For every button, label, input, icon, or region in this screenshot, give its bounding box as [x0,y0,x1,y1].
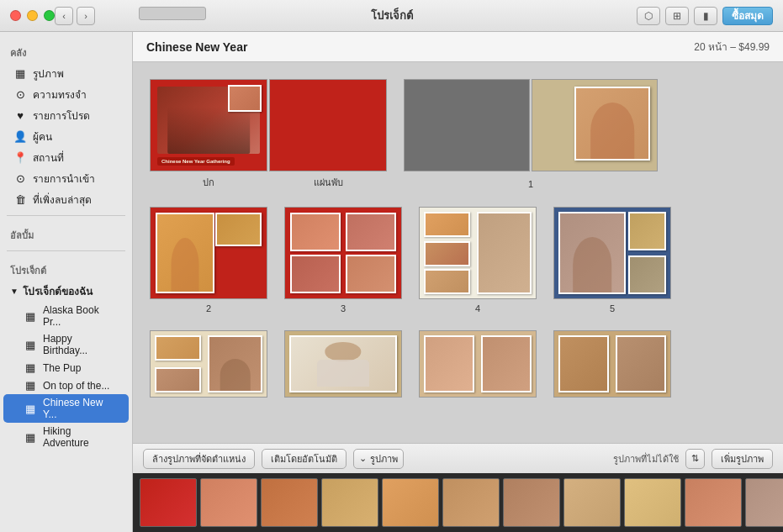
sidebar: คลัง ▦ รูปภาพ ⊙ ความทรงจำ ♥ รายการโปรด 👤… [0,32,133,532]
film-thumb-10[interactable] [685,478,742,527]
projects-section-label: โปรเจ็กต์ [0,256,132,281]
page-2-item[interactable]: 2 [150,207,267,313]
film-thumb-8[interactable] [563,478,621,527]
page-4-label: 4 [475,303,480,313]
sidebar-item-pup[interactable]: ▦ The Pup [3,359,129,377]
bottom-toolbar: ล้างรูปภาพที่จัดตำแหน่ง เติมโดยอัตโนมัติ… [133,443,783,473]
content-area: Chinese New Year 20 หน้า – $49.99 [133,32,783,532]
app-title: โปรเจ็กต์ [371,7,413,24]
page-8-thumb[interactable] [419,330,537,398]
film-thumb-2[interactable] [200,478,257,527]
photos-select[interactable]: ⌄ รูปภาพ [353,449,404,469]
book-icon-3: ▦ [24,361,37,374]
film-thumb-1[interactable] [140,478,197,527]
book-icon: ▦ [24,310,37,323]
sort-select[interactable]: ⇅ [685,449,705,469]
divider-2 [7,250,125,251]
content-header: Chinese New Year 20 หน้า – $49.99 [133,32,783,62]
sidebar-item-hiking[interactable]: ▦ Hiking Adventure [3,423,129,451]
film-thumb-4[interactable] [321,478,378,527]
page-9-item[interactable] [553,330,671,398]
project-title: Chinese New Year [146,40,247,54]
memories-icon: ⊙ [13,88,27,101]
sidebar-item-favorites[interactable]: ♥ รายการโปรด [3,105,129,126]
cover-left-label: ปก [203,175,214,190]
maximize-button[interactable] [44,10,55,21]
film-thumb-11[interactable] [745,478,783,527]
cover-right-label: แผ่นพับ [314,175,343,190]
forward-button[interactable]: › [77,7,95,25]
pages-row-1: 2 3 [150,207,766,313]
sidebar-item-places[interactable]: 📍 สถานที่ [3,147,129,168]
sidebar-item-people[interactable]: 👤 ผู้คน [3,126,129,147]
page-4-item[interactable]: 4 [419,207,537,313]
auto-fill-button[interactable]: เติมโดยอัตโนมัติ [262,449,347,469]
page-6-item[interactable] [150,330,267,398]
page-9-thumb[interactable] [553,330,671,398]
minimize-button[interactable] [27,10,38,21]
titlebar-actions: ⬡ ⊞ ▮ ซื้อสมุด [637,7,773,25]
pages-grid: Chinese New Year Gathering ปก แผ่นพับ [133,62,783,443]
page-8-item[interactable] [419,330,537,398]
back-button[interactable]: ‹ [55,7,73,25]
sidebar-item-alaska[interactable]: ▦ Alaska Book Pr... [3,302,129,330]
add-photos-button[interactable]: เพิ่มรูปภาพ [712,449,773,469]
cover-left-thumb[interactable]: Chinese New Year Gathering [150,79,267,171]
page-cover[interactable]: Chinese New Year Gathering ปก แผ่นพับ [150,79,387,190]
albums-section-label: อัลบั้ม [0,221,132,245]
close-button[interactable] [10,10,21,21]
page-1-spread [404,79,658,171]
filmstrip [133,473,783,532]
film-thumb-7[interactable] [503,478,560,527]
library-section-label: คลัง [0,39,132,63]
page-3-item[interactable]: 3 [284,207,402,313]
project-info: 20 หน้า – $49.99 [694,39,770,55]
titlebar: ‹ › โปรเจ็กต์ ⬡ ⊞ ▮ ซื้อสมุด [0,0,783,32]
page-2-label: 2 [206,303,211,313]
my-projects-group[interactable]: ▼ โปรเจ็กต์ของฉัน [0,281,132,302]
view-toggle-btn[interactable]: ⊞ [665,7,689,25]
clear-photos-button[interactable]: ล้างรูปภาพที่จัดตำแหน่ง [143,449,255,469]
page-4-thumb[interactable] [419,207,537,299]
sidebar-item-birthday[interactable]: ▦ Happy Birthday... [3,330,129,359]
film-thumb-3[interactable] [261,478,318,527]
film-thumb-6[interactable] [442,478,500,527]
page-5-label: 5 [610,303,615,313]
book-icon-2: ▦ [24,339,37,351]
pages-row-0: Chinese New Year Gathering ปก แผ่นพับ [150,79,766,190]
page-2-thumb[interactable] [150,207,267,299]
buy-button[interactable]: ซื้อสมุด [722,7,773,25]
arrow-down-icon: ⌄ [359,453,367,464]
page-3-thumb[interactable] [284,207,402,299]
traffic-lights [10,10,55,21]
photos-icon: ▦ [13,67,27,80]
page-5-item[interactable]: 5 [553,207,671,313]
page-6-thumb[interactable] [150,330,267,398]
sidebar-item-imports[interactable]: ⊙ รายการนำเข้า [3,168,129,189]
unused-photos-label: รูปภาพที่ไม่ได้ใช้ [613,451,679,466]
sidebar-item-ontop[interactable]: ▦ On top of the... [3,377,129,394]
book-icon-4: ▦ [24,379,37,392]
progress-bar [139,7,206,20]
cover-right-thumb[interactable] [269,79,387,171]
page-7-item[interactable] [284,330,402,398]
divider-1 [7,215,125,216]
share-icon-btn[interactable]: ⬡ [637,7,660,25]
sidebar-item-memories[interactable]: ⊙ ความทรงจำ [3,84,129,105]
sidebar-item-photos[interactable]: ▦ รูปภาพ [3,63,129,84]
book-icon-6: ▦ [24,431,37,444]
page-1-label: 1 [528,179,533,189]
nav-buttons: ‹ › [55,7,95,25]
page-1-item[interactable]: 1 [404,79,658,190]
sidebar-item-deleted[interactable]: 🗑 ที่เพิ่งลบล่าสุด [3,189,129,210]
page-7-thumb[interactable] [284,330,402,398]
film-thumb-5[interactable] [382,478,439,527]
sidebar-item-chinese[interactable]: ▦ Chinese New Y... [3,394,129,423]
sidebar-toggle-btn[interactable]: ▮ [694,7,717,25]
page-5-thumb[interactable] [553,207,671,299]
cover-spread: Chinese New Year Gathering ปก แผ่นพับ [150,79,387,190]
page-3-label: 3 [341,303,346,313]
chevron-down-icon: ▼ [10,287,19,296]
film-thumb-9[interactable] [624,478,681,527]
places-icon: 📍 [13,151,27,164]
